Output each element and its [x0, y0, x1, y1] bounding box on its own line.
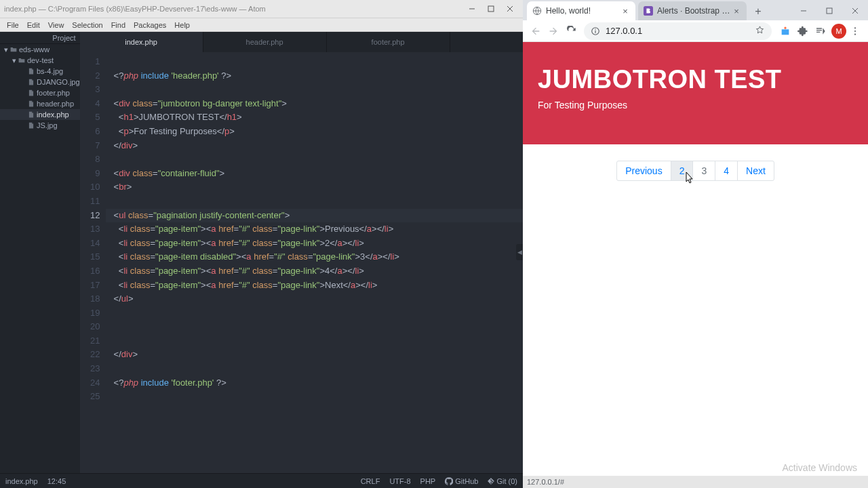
- close-icon[interactable]: [501, 3, 519, 15]
- menu-packages[interactable]: Packages: [130, 20, 170, 30]
- windows-watermark: Activate Windows: [783, 462, 857, 473]
- svg-point-15: [854, 33, 856, 35]
- page-link-previous[interactable]: Previous: [616, 161, 671, 181]
- menu-help[interactable]: Help: [170, 20, 194, 30]
- back-button[interactable]: [527, 22, 545, 40]
- svg-rect-11: [595, 30, 595, 33]
- maximize-icon[interactable]: [482, 3, 500, 15]
- reading-list-icon[interactable]: [812, 23, 829, 39]
- site-info-icon[interactable]: [591, 26, 600, 36]
- minimize-icon[interactable]: [791, 1, 816, 20]
- atom-menubar: FileEditViewSelectionFindPackagesHelp: [0, 18, 523, 32]
- browser-viewport[interactable]: JUMBOTRON TEST For Testing Purposes Prev…: [523, 42, 868, 476]
- forward-button[interactable]: [545, 22, 562, 40]
- git-branch-icon: [488, 478, 494, 485]
- code-content[interactable]: <?php include 'header.php' ?> <div class…: [106, 52, 523, 473]
- file-icon: [27, 100, 35, 107]
- line-gutter: 1234567891011121314151617181920212223242…: [80, 52, 106, 473]
- status-language[interactable]: PHP: [420, 477, 436, 485]
- minimize-icon[interactable]: [463, 3, 481, 15]
- status-github[interactable]: GitHub: [445, 477, 478, 485]
- close-icon[interactable]: [842, 1, 868, 20]
- jumbotron-title: JUMBOTRON TEST: [538, 65, 853, 94]
- atom-titlebar[interactable]: index.php — C:\Program Files (x86)\EasyP…: [0, 0, 523, 18]
- pagination: Previous234Next: [616, 161, 774, 181]
- file-icon: [27, 79, 35, 85]
- atom-window: index.php — C:\Program Files (x86)\EasyP…: [0, 0, 523, 488]
- folder-icon: [9, 46, 18, 53]
- address-bar[interactable]: 127.0.0.1: [584, 22, 772, 40]
- page-link-4[interactable]: 4: [715, 161, 738, 181]
- status-cursor-pos[interactable]: 12:45: [47, 477, 66, 485]
- svg-rect-7: [827, 8, 832, 14]
- editor-tab-header-php[interactable]: header.php: [203, 32, 327, 52]
- new-tab-button[interactable]: +: [749, 3, 767, 20]
- tree-file-django-jpg[interactable]: DJANGO.jpg: [0, 77, 80, 87]
- browser-tab[interactable]: Alerts · Bootstrap v4.5×: [638, 1, 747, 20]
- status-encoding[interactable]: UTF-8: [389, 477, 410, 485]
- atom-title-text: index.php — C:\Program Files (x86)\EasyP…: [4, 5, 266, 13]
- page-link-2[interactable]: 2: [671, 161, 694, 181]
- menu-view[interactable]: View: [44, 20, 68, 30]
- project-tree-header: Project: [0, 32, 80, 44]
- reload-button[interactable]: [562, 22, 580, 40]
- chrome-tabstrip: Hello, world!×Alerts · Bootstrap v4.5×+: [523, 0, 868, 20]
- code-editor[interactable]: 1234567891011121314151617181920212223242…: [80, 52, 523, 473]
- url-text: 127.0.0.1: [606, 26, 642, 36]
- browser-tab[interactable]: Hello, world!×: [527, 1, 635, 20]
- folder-icon: [18, 57, 26, 64]
- github-icon: [445, 477, 453, 485]
- extension-icon[interactable]: [777, 23, 793, 39]
- tree-folder-eds-www[interactable]: ▾eds-www: [0, 44, 80, 55]
- tree-file-index-php[interactable]: index.php: [0, 109, 80, 120]
- menu-find[interactable]: Find: [107, 20, 130, 30]
- panel-collapse-handle[interactable]: ◀: [516, 244, 523, 260]
- status-git[interactable]: Git (0): [488, 477, 517, 485]
- bootstrap-favicon-icon: [644, 6, 653, 16]
- status-file[interactable]: index.php: [5, 477, 38, 485]
- tree-file-bs-4-jpg[interactable]: bs-4.jpg: [0, 66, 80, 77]
- project-tree[interactable]: Project ▾eds-www▾dev-testbs-4.jpgDJANGO.…: [0, 32, 80, 473]
- file-icon: [27, 68, 35, 75]
- svg-rect-12: [595, 28, 595, 29]
- editor-tab-footer-php[interactable]: footer.php: [327, 32, 450, 52]
- menu-edit[interactable]: Edit: [23, 20, 44, 30]
- menu-file[interactable]: File: [3, 20, 23, 30]
- close-tab-icon[interactable]: ×: [732, 6, 741, 16]
- tree-file-footer-php[interactable]: footer.php: [0, 87, 80, 98]
- file-icon: [27, 111, 35, 118]
- page-link-3: 3: [692, 161, 715, 181]
- page-link-next[interactable]: Next: [737, 161, 774, 181]
- svg-rect-1: [488, 6, 494, 12]
- extensions-button[interactable]: [795, 23, 811, 39]
- status-eol[interactable]: CRLF: [361, 477, 380, 485]
- tree-folder-dev-test[interactable]: ▾dev-test: [0, 55, 80, 66]
- chrome-toolbar: 127.0.0.1 M: [523, 20, 868, 42]
- maximize-icon[interactable]: [816, 1, 842, 20]
- globe-favicon-icon: [532, 6, 542, 16]
- tree-file-header-php[interactable]: header.php: [0, 98, 80, 109]
- editor-tab-index-php[interactable]: index.php: [80, 32, 203, 52]
- status-url: 127.0.0.1/#: [527, 478, 564, 486]
- atom-statusbar: index.php 12:45 CRLF UTF-8 PHP GitHub Gi…: [0, 473, 523, 488]
- close-tab-icon[interactable]: ×: [620, 6, 630, 16]
- jumbotron-subtitle: For Testing Purposes: [538, 100, 853, 110]
- kebab-menu-icon[interactable]: [846, 22, 864, 40]
- file-icon: [27, 122, 35, 129]
- editor-tabs: index.phpheader.phpfooter.php: [80, 32, 523, 52]
- profile-avatar[interactable]: M: [831, 24, 846, 39]
- tree-file-js-jpg[interactable]: JS.jpg: [0, 120, 80, 131]
- svg-point-13: [854, 27, 856, 28]
- svg-point-14: [854, 30, 856, 31]
- browser-status-bar: 127.0.0.1/#: [523, 476, 868, 488]
- jumbotron: JUMBOTRON TEST For Testing Purposes: [523, 42, 868, 144]
- bookmark-icon[interactable]: [755, 25, 765, 37]
- chrome-window: Hello, world!×Alerts · Bootstrap v4.5×+ …: [523, 0, 868, 488]
- menu-selection[interactable]: Selection: [68, 20, 106, 30]
- file-icon: [27, 89, 35, 96]
- editor-pane: index.phpheader.phpfooter.php 1234567891…: [80, 32, 523, 473]
